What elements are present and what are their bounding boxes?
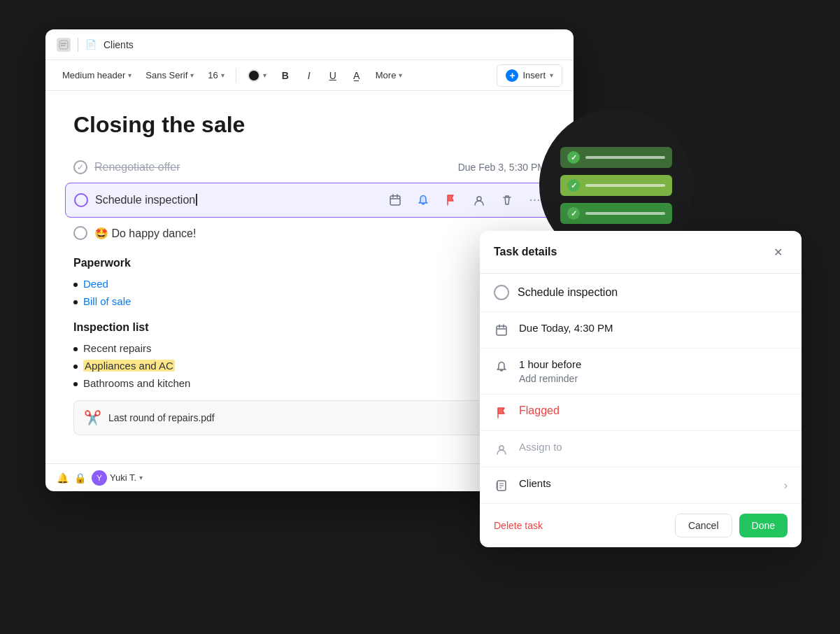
pdf-icon: ✂️ [84,409,101,426]
chevron-down-icon: ▾ [139,474,143,481]
close-button[interactable]: ✕ [768,242,788,262]
panel-notebook-row[interactable]: Clients › [480,467,802,504]
circle-check-icon [567,151,580,164]
insert-label: Insert [522,70,546,80]
document-title-tab: Clients [104,39,134,50]
task-item-active[interactable]: Schedule inspection [65,183,554,218]
due-date-content: Due Today, 4:30 PM [519,322,613,334]
section-heading-paperwork: Paperwork [73,257,546,269]
task-due-date: Due Feb 3, 5:30 PM [458,162,546,173]
cancel-button[interactable]: Cancel [675,514,732,537]
task-checkbox-active[interactable] [74,193,88,207]
chevron-down-icon: ▾ [190,71,194,79]
insert-button[interactable]: + Insert ▾ [497,64,562,87]
panel-title: Task details [494,246,557,258]
inspection-item-highlighted: Appliances and AC [83,360,175,372]
svg-point-7 [477,197,481,201]
notebook-label: Clients [519,477,551,489]
font-size-label: 16 [208,70,218,80]
task-text: Renegotiate offer [94,161,180,174]
circle-task-line [585,212,665,215]
reminder-content: 1 hour before Add reminder [519,358,581,384]
list-item: Bathrooms and kitchen [73,374,546,392]
svg-point-12 [499,446,504,450]
assign-placeholder: Assign to [519,441,562,453]
user-name: Yuki T. [110,472,136,483]
notebook-icon [494,478,509,493]
svg-rect-0 [59,41,68,49]
calendar-action-button[interactable] [385,190,405,210]
bullet-dot [73,300,78,304]
circle-task-row [560,147,672,168]
list-item: Bill of sale [73,293,546,310]
flag-action-button[interactable] [441,190,461,210]
bell-action-button[interactable] [413,190,433,210]
chevron-down-icon: ▾ [399,71,402,79]
delete-task-button[interactable]: Delete task [494,520,543,531]
text-color-button[interactable]: A̲ [346,66,367,85]
user-avatar: Y [92,470,107,486]
task-text: 🤩 Do happy dance! [94,227,196,240]
task-details-panel: Task details ✕ Schedule inspection Due T… [480,231,802,547]
bullet-dot [73,365,78,369]
circle-task-row [560,203,672,224]
bold-button[interactable]: B [275,66,296,85]
assign-action-button[interactable] [469,190,489,210]
italic-button[interactable]: I [299,66,320,85]
color-picker-dropdown[interactable]: ▾ [242,66,272,85]
due-date-text: Due Today, 4:30 PM [519,322,613,334]
text-style-label: Medium header [62,70,125,80]
svg-rect-8 [497,326,506,335]
file-name: Last round of repairs.pdf [108,412,215,423]
ellipsis-icon: ··· [529,194,541,206]
plus-icon: + [506,69,518,82]
list-item: Appliances and AC [73,357,546,374]
panel-due-date-row[interactable]: Due Today, 4:30 PM [480,312,802,348]
font-family-label: Sans Serif [145,70,187,80]
font-size-dropdown[interactable]: 16 ▾ [202,67,229,83]
font-family-dropdown[interactable]: Sans Serif ▾ [140,67,199,83]
document-heading: Closing the sale [73,112,546,138]
circle-task-line [585,156,665,159]
task-item: 🤩 Do happy dance! [73,220,546,246]
editor-titlebar: 📄 Clients [45,29,574,60]
color-dot [248,69,260,82]
task-checkbox-completed[interactable] [73,160,87,174]
inspection-item-text: Bathrooms and kitchen [83,377,190,389]
done-button[interactable]: Done [739,514,788,537]
bullet-dot [73,283,78,287]
inspection-item-text: Recent repairs [83,342,152,354]
panel-reminder-row[interactable]: 1 hour before Add reminder [480,348,802,395]
flag-label: Flagged [519,404,560,417]
user-dropdown[interactable]: Y Yuki T. ▾ [92,470,143,486]
circle-task-row [560,175,672,196]
bill-of-sale-link[interactable]: Bill of sale [83,295,131,307]
app-icon [57,38,71,52]
list-item: Recent repairs [73,339,546,357]
task-text-active: Schedule inspection [95,194,201,206]
deed-link[interactable]: Deed [83,278,108,290]
bell-icon [494,359,509,374]
chevron-down-icon: ▾ [550,71,553,79]
panel-flag-row[interactable]: Flagged [480,395,802,431]
task-actions-toolbar: ··· [385,190,545,210]
panel-task-name: Schedule inspection [518,286,618,299]
panel-task-checkbox[interactable] [494,285,509,300]
reminder-secondary: Add reminder [519,373,581,384]
more-dropdown[interactable]: More ▾ [370,67,408,83]
flag-icon [494,405,509,421]
bell-status-icon: 🔔 [57,472,69,484]
circle-task-list [553,140,679,231]
toolbar-divider [236,69,236,83]
text-style-dropdown[interactable]: Medium header ▾ [57,67,137,83]
editor-toolbar: Medium header ▾ Sans Serif ▾ 16 ▾ ▾ B I … [45,60,574,91]
delete-action-button[interactable] [497,190,517,210]
file-attachment[interactable]: ✂️ Last round of repairs.pdf [73,400,546,435]
underline-button[interactable]: U [322,66,343,85]
panel-header: Task details ✕ [480,231,802,274]
chevron-down-icon: ▾ [221,71,225,79]
panel-assign-row[interactable]: Assign to [480,431,802,467]
chevron-right-icon: › [784,479,788,492]
task-checkbox[interactable] [73,226,87,240]
svg-rect-3 [390,196,400,205]
